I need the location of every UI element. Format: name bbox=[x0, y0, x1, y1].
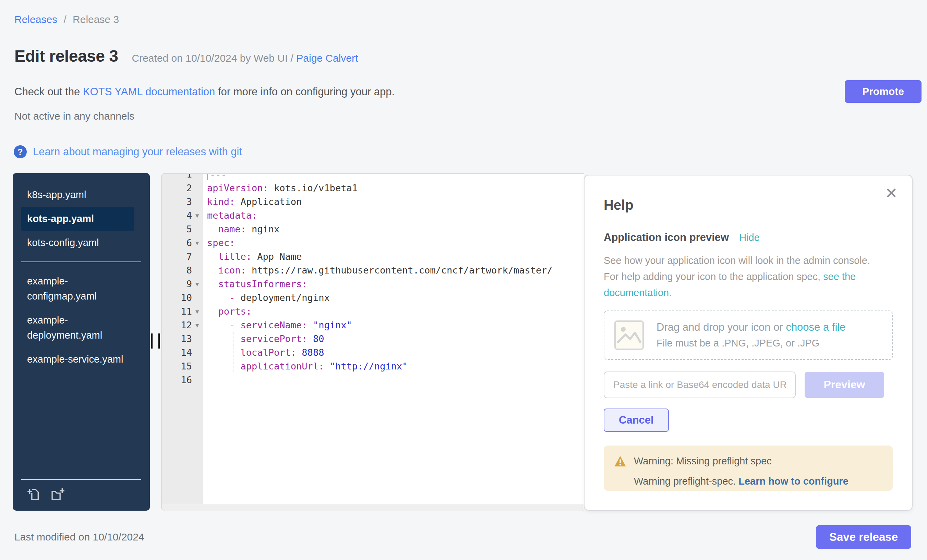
icon-preview-title: Application icon preview bbox=[604, 231, 729, 244]
last-modified-text: Last modified on 10/10/2024 bbox=[14, 531, 144, 543]
learn-how-to-configure-link[interactable]: Learn how to configure bbox=[739, 476, 848, 487]
sidebar-file-item[interactable]: k8s-app.yaml bbox=[21, 183, 134, 206]
file-tree-sidebar: k8s-app.yamlkots-app.yamlkots-config.yam… bbox=[13, 173, 150, 511]
file-name: kots-app.yaml bbox=[27, 211, 94, 226]
preview-button[interactable]: Preview bbox=[805, 372, 884, 398]
gutter-line: 14 bbox=[162, 346, 203, 360]
preflight-warning: Warning: Missing preflight spec Warning … bbox=[604, 446, 893, 491]
choose-file-link[interactable]: choose a file bbox=[786, 321, 845, 333]
promote-button[interactable]: Promote bbox=[845, 80, 921, 103]
hide-link[interactable]: Hide bbox=[739, 232, 760, 243]
code-line[interactable]: applicationUrl: "http://nginx" bbox=[207, 360, 584, 373]
code-line[interactable] bbox=[207, 373, 584, 387]
gutter-line: 10 bbox=[162, 291, 203, 305]
gutter-line: 2 bbox=[162, 181, 203, 195]
fold-arrow-icon[interactable]: ▼ bbox=[192, 305, 202, 319]
created-text: Created on 10/10/2024 by Web UI / bbox=[132, 52, 293, 64]
code-line[interactable]: - deployment/nginx bbox=[207, 291, 584, 305]
code-line[interactable]: localPort: 8888 bbox=[207, 346, 584, 360]
warning-detail-text: Warning preflight-spec. bbox=[634, 476, 739, 487]
gutter-line: 9▼ bbox=[162, 277, 203, 291]
breadcrumb-separator: / bbox=[64, 14, 66, 25]
code-line[interactable]: servicePort: 80 bbox=[207, 332, 584, 346]
sidebar-file-item[interactable]: example-configmap.yaml bbox=[21, 269, 134, 308]
code-line[interactable]: metadata: bbox=[207, 209, 584, 222]
code-line[interactable]: statusInformers: bbox=[207, 277, 584, 291]
code-line[interactable]: kind: Application bbox=[207, 195, 584, 209]
gutter-line: 1 bbox=[162, 173, 203, 181]
header-row: Edit release 3 Created on 10/10/2024 by … bbox=[14, 47, 358, 65]
code-line[interactable]: title: App Name bbox=[207, 250, 584, 264]
editor-gutter: 1234▼56▼789▼1011▼12▼13141516 bbox=[162, 173, 203, 511]
gutter-line: 6▼ bbox=[162, 236, 203, 250]
created-meta: Created on 10/10/2024 by Web UI / Paige … bbox=[132, 52, 358, 64]
fold-arrow-icon[interactable]: ▼ bbox=[192, 209, 202, 222]
code-line[interactable]: apiVersion: kots.io/v1beta1 bbox=[207, 181, 584, 195]
file-name: example-deployment.yaml bbox=[27, 313, 130, 343]
icon-dropzone[interactable]: Drag and drop your icon or choose a file… bbox=[604, 311, 893, 360]
close-icon[interactable]: ✕ bbox=[885, 186, 898, 201]
page-title: Edit release 3 bbox=[14, 47, 118, 65]
file-name: example-configmap.yaml bbox=[27, 273, 130, 304]
yaml-editor[interactable]: 1234▼56▼789▼1011▼12▼13141516 ---apiVersi… bbox=[161, 173, 584, 511]
dropzone-text-before: Drag and drop your icon or bbox=[656, 321, 786, 333]
code-line[interactable]: name: nginx bbox=[207, 222, 584, 236]
edit-release-page: Releases / Release 3 Edit release 3 Crea… bbox=[0, 0, 927, 560]
dropzone-filetypes: File must be a .PNG, .JPEG, or .JPG bbox=[656, 338, 845, 349]
cancel-button[interactable]: Cancel bbox=[604, 408, 669, 432]
file-name: k8s-app.yaml bbox=[27, 187, 86, 202]
gutter-line: 13 bbox=[162, 332, 203, 346]
sidebar-resize-handle[interactable] bbox=[151, 334, 161, 349]
file-name: kots-config.yaml bbox=[27, 235, 99, 250]
gutter-line: 15 bbox=[162, 360, 203, 373]
question-circle-icon: ? bbox=[14, 145, 27, 158]
gutter-line: 5 bbox=[162, 222, 203, 236]
warning-triangle-icon bbox=[614, 455, 626, 467]
file-group-divider bbox=[21, 261, 141, 262]
icon-preview-description: See how your application icon will look … bbox=[604, 253, 871, 301]
created-author-link[interactable]: Paige Calvert bbox=[296, 52, 358, 64]
fold-arrow-icon[interactable]: ▼ bbox=[192, 319, 202, 332]
code-line[interactable]: ports: bbox=[207, 305, 584, 319]
file-tree-actions bbox=[21, 479, 141, 511]
code-line[interactable]: icon: https://raw.githubusercontent.com/… bbox=[207, 264, 584, 277]
code-line[interactable]: --- bbox=[207, 173, 584, 181]
icon-url-input[interactable] bbox=[604, 372, 796, 398]
sidebar-file-item[interactable]: kots-config.yaml bbox=[21, 231, 134, 255]
sidebar-file-item[interactable]: example-service.yaml bbox=[21, 347, 134, 371]
new-file-icon[interactable] bbox=[27, 487, 41, 501]
gutter-line: 8 bbox=[162, 264, 203, 277]
breadcrumb-current: Release 3 bbox=[73, 14, 119, 25]
gutter-line: 12▼ bbox=[162, 319, 203, 332]
code-line[interactable]: spec: bbox=[207, 236, 584, 250]
sidebar-file-item[interactable]: kots-app.yaml bbox=[21, 206, 134, 231]
kots-yaml-docs-link[interactable]: KOTS YAML documentation bbox=[83, 86, 215, 98]
gutter-line: 4▼ bbox=[162, 209, 203, 222]
editor-code[interactable]: ---apiVersion: kots.io/v1beta1kind: Appl… bbox=[203, 173, 584, 511]
warning-detail: Warning preflight-spec. Learn how to con… bbox=[634, 476, 883, 487]
dropzone-text: Drag and drop your icon or choose a file bbox=[656, 321, 845, 334]
editor-inner: 1234▼56▼789▼1011▼12▼13141516 ---apiVersi… bbox=[162, 173, 584, 511]
description-after: . bbox=[669, 287, 672, 298]
image-placeholder-icon bbox=[614, 320, 644, 350]
breadcrumb: Releases / Release 3 bbox=[14, 14, 119, 25]
text-cursor bbox=[207, 173, 208, 180]
fold-arrow-icon[interactable]: ▼ bbox=[192, 277, 202, 291]
gutter-line: 11▼ bbox=[162, 305, 203, 319]
help-title: Help bbox=[604, 197, 893, 213]
gutter-line: 16 bbox=[162, 373, 203, 387]
warning-title: Warning: Missing preflight spec bbox=[634, 455, 772, 467]
docs-line-after: for more info on configuring your app. bbox=[215, 86, 395, 98]
channel-status: Not active in any channels bbox=[14, 110, 134, 122]
file-list: k8s-app.yamlkots-app.yamlkots-config.yam… bbox=[13, 173, 150, 371]
editor-horizontal-scrollbar[interactable] bbox=[162, 504, 584, 511]
new-folder-icon[interactable] bbox=[51, 487, 65, 501]
sidebar-file-item[interactable]: example-deployment.yaml bbox=[21, 308, 134, 347]
breadcrumb-releases-link[interactable]: Releases bbox=[14, 14, 57, 25]
code-line[interactable]: - serviceName: "nginx" bbox=[207, 319, 584, 332]
docs-line: Check out the KOTS YAML documentation fo… bbox=[14, 86, 395, 98]
help-panel: ✕ Help Application icon preview Hide See… bbox=[584, 175, 913, 511]
fold-arrow-icon[interactable]: ▼ bbox=[192, 236, 202, 250]
save-release-button[interactable]: Save release bbox=[816, 525, 911, 549]
git-help-link[interactable]: Learn about managing your releases with … bbox=[33, 146, 242, 158]
